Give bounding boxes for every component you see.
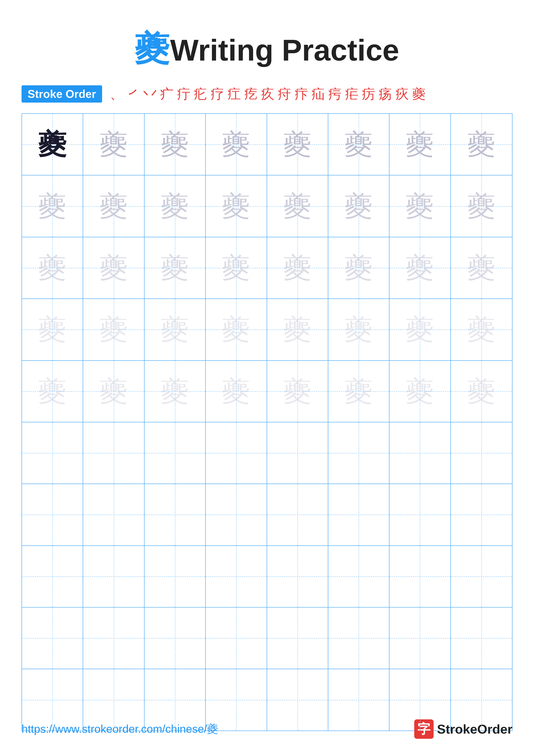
grid-cell[interactable]: 夔 xyxy=(144,176,206,237)
practice-char: 夔 xyxy=(468,254,496,282)
stroke-char-10: 疚 xyxy=(260,86,276,102)
grid-cell[interactable]: 夔 xyxy=(206,237,267,298)
grid-cell[interactable]: 夔 xyxy=(390,114,451,175)
grid-cell[interactable]: 夔 xyxy=(328,114,390,175)
grid-cell[interactable] xyxy=(83,608,144,669)
grid-cell[interactable] xyxy=(328,484,390,545)
grid-cell[interactable]: 夔 xyxy=(267,176,328,237)
grid-cell[interactable] xyxy=(206,546,267,607)
practice-char: 夔 xyxy=(406,192,434,220)
stroke-char-16: 疠 xyxy=(361,86,376,102)
grid-cell[interactable]: 夔 xyxy=(83,237,144,298)
grid-cell[interactable] xyxy=(144,546,206,607)
grid-cell[interactable]: 夔 xyxy=(83,299,144,360)
practice-char: 夔 xyxy=(284,130,312,158)
grid-cell[interactable]: 夔 xyxy=(83,114,144,175)
stroke-char-5: 疔 xyxy=(176,86,192,102)
grid-cell[interactable]: 夔 xyxy=(451,176,512,237)
grid-cell[interactable]: 夔 xyxy=(267,361,328,422)
grid-cell[interactable]: 夔 xyxy=(206,114,267,175)
grid-cell[interactable]: 夔 xyxy=(451,114,512,175)
grid-cell[interactable]: 夔 xyxy=(390,299,451,360)
grid-cell[interactable]: 夔 xyxy=(328,299,390,360)
grid-cell[interactable]: 夔 xyxy=(83,361,144,422)
grid-cell[interactable]: 夔 xyxy=(328,176,390,237)
practice-grid: 夔 夔 夔 夔 夔 夔 夔 夔 xyxy=(21,113,513,731)
grid-cell[interactable]: 夔 xyxy=(390,176,451,237)
grid-cell[interactable]: 夔 xyxy=(206,361,267,422)
grid-cell[interactable] xyxy=(22,546,83,607)
grid-cell[interactable]: 夔 xyxy=(267,299,328,360)
grid-cell[interactable]: 夔 xyxy=(451,299,512,360)
grid-cell[interactable]: 夔 xyxy=(267,114,328,175)
practice-char: 夔 xyxy=(345,377,373,405)
grid-cell[interactable]: 夔 xyxy=(267,237,328,298)
grid-cell[interactable] xyxy=(144,484,206,545)
grid-cell[interactable] xyxy=(328,422,390,484)
strokeorder-logo-icon: 字 xyxy=(414,719,434,739)
grid-cell[interactable]: 夔 xyxy=(22,361,83,422)
practice-char: 夔 xyxy=(468,192,496,220)
grid-cell[interactable] xyxy=(451,484,512,545)
grid-cell[interactable] xyxy=(390,484,451,545)
grid-cell[interactable] xyxy=(390,422,451,484)
grid-cell[interactable]: 夔 xyxy=(451,361,512,422)
grid-cell[interactable]: 夔 xyxy=(328,237,390,298)
grid-cell[interactable] xyxy=(22,422,83,484)
grid-cell[interactable]: 夔 xyxy=(22,237,83,298)
grid-cell[interactable]: 夔 xyxy=(144,114,206,175)
grid-cell[interactable] xyxy=(22,484,83,545)
grid-cell[interactable]: 夔 xyxy=(144,361,206,422)
grid-cell[interactable] xyxy=(267,484,328,545)
practice-char: 夔 xyxy=(345,130,373,158)
grid-cell[interactable]: 夔 xyxy=(390,237,451,298)
practice-char: 夔 xyxy=(468,315,496,343)
practice-char: 夔 xyxy=(284,254,312,282)
grid-cell[interactable]: 夔 xyxy=(328,361,390,422)
grid-cell[interactable]: 夔 xyxy=(83,176,144,237)
practice-char: 夔 xyxy=(406,130,434,158)
footer-logo: 字 StrokeOrder xyxy=(414,719,513,739)
stroke-char-2: ㇒ xyxy=(125,86,141,102)
practice-char: 夔 xyxy=(222,377,250,405)
grid-cell[interactable] xyxy=(206,608,267,669)
grid-cell[interactable]: 夔 xyxy=(144,237,206,298)
grid-cell[interactable] xyxy=(83,484,144,545)
grid-cell[interactable] xyxy=(206,422,267,484)
practice-char: 夔 xyxy=(468,377,496,405)
grid-cell[interactable] xyxy=(144,422,206,484)
grid-cell[interactable]: 夔 xyxy=(206,176,267,237)
grid-cell[interactable] xyxy=(144,608,206,669)
grid-cell[interactable] xyxy=(267,546,328,607)
grid-cell[interactable] xyxy=(83,422,144,484)
stroke-chars: 、 ㇒ 丷 疒 疔 疕 疗 疘 疙 疚 疛 疜 疝 疞 疟 疠 疡 疢 夔 xyxy=(109,86,427,102)
grid-cell[interactable] xyxy=(328,546,390,607)
grid-cell[interactable]: 夔 xyxy=(22,299,83,360)
practice-char: 夔 xyxy=(222,192,250,220)
stroke-char-6: 疕 xyxy=(192,86,209,102)
grid-cell[interactable]: 夔 xyxy=(390,361,451,422)
grid-row-1: 夔 夔 夔 夔 夔 夔 夔 夔 xyxy=(22,114,512,176)
grid-row-8 xyxy=(22,546,512,608)
grid-cell[interactable] xyxy=(451,546,512,607)
practice-char: 夔 xyxy=(38,192,66,220)
grid-cell[interactable] xyxy=(267,608,328,669)
grid-cell[interactable]: 夔 xyxy=(22,114,83,175)
grid-cell[interactable] xyxy=(390,546,451,607)
footer-url[interactable]: https://www.strokeorder.com/chinese/夔 xyxy=(21,721,218,737)
grid-cell[interactable] xyxy=(267,422,328,484)
grid-cell[interactable]: 夔 xyxy=(451,237,512,298)
grid-cell[interactable]: 夔 xyxy=(206,299,267,360)
practice-char: 夔 xyxy=(284,377,312,405)
grid-cell[interactable]: 夔 xyxy=(22,176,83,237)
grid-cell[interactable] xyxy=(83,546,144,607)
practice-char: 夔 xyxy=(284,315,312,343)
grid-cell[interactable] xyxy=(328,608,390,669)
grid-cell[interactable] xyxy=(206,484,267,545)
grid-cell[interactable] xyxy=(390,608,451,669)
grid-cell[interactable]: 夔 xyxy=(144,299,206,360)
grid-cell[interactable] xyxy=(451,422,512,484)
title-writing-practice: Writing Practice xyxy=(170,33,399,67)
grid-cell[interactable] xyxy=(451,608,512,669)
grid-cell[interactable] xyxy=(22,608,83,669)
